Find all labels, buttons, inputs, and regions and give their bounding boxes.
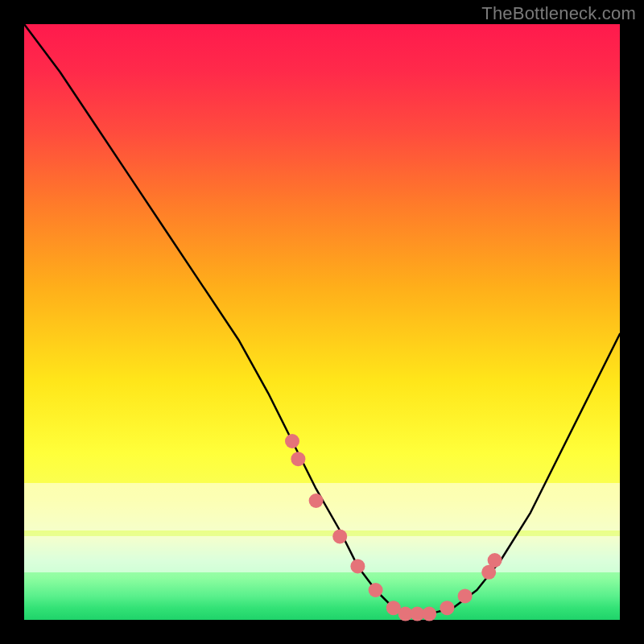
marker-point xyxy=(350,559,365,573)
marker-point xyxy=(488,553,502,568)
bottleneck-curve xyxy=(24,24,620,614)
marker-point xyxy=(309,493,324,508)
watermark-text: TheBottleneck.com xyxy=(481,3,636,24)
marker-group xyxy=(285,434,502,621)
marker-point xyxy=(332,529,347,543)
chart-overlay xyxy=(24,24,620,620)
marker-point xyxy=(458,588,473,603)
chart-frame: TheBottleneck.com xyxy=(0,0,644,644)
marker-point xyxy=(291,452,305,466)
marker-point xyxy=(422,607,436,621)
marker-point xyxy=(440,601,454,615)
marker-point xyxy=(369,583,383,597)
marker-point xyxy=(285,434,299,448)
